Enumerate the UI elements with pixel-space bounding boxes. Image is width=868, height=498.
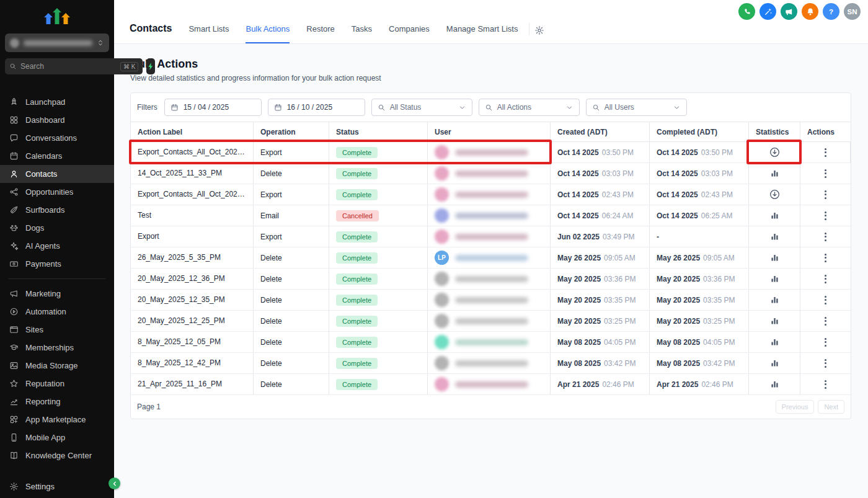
sidebar-item-media-storage[interactable]: Media Storage [0,357,114,375]
sidebar-item-opportunities[interactable]: Opportunities [0,183,114,201]
tab-smart-lists[interactable]: Smart Lists [188,24,229,43]
reporting-icon [9,397,19,406]
sidebar: ⌘ K LaunchpadDashboardConversationsCalen… [0,0,114,498]
sidebar-item-launchpad[interactable]: Launchpad [0,93,114,111]
chart-statistics-icon[interactable] [770,232,779,241]
bulk-actions-card: Filters 15 / 04 / 2025 16 / 10 / 2025 Al… [130,92,851,419]
chart-statistics-icon[interactable] [770,380,779,389]
cell-statistics [749,332,800,352]
sidebar-item-automation[interactable]: Automation [0,303,114,321]
sidebar-item-knowledge-center[interactable]: Knowledge Center [0,447,114,465]
tab-restore[interactable]: Restore [306,24,335,43]
kebab-menu-icon[interactable] [821,293,830,307]
chart-statistics-icon[interactable] [770,316,779,326]
profile-avatar-button[interactable]: SN [844,3,861,20]
chart-statistics-icon[interactable] [770,274,779,283]
wand-button[interactable] [760,3,776,20]
help-button[interactable]: ? [823,3,839,20]
sidebar-search[interactable]: ⌘ K [5,58,143,74]
chart-statistics-icon[interactable] [770,337,779,347]
sidebar-item-reputation[interactable]: Reputation [0,375,114,393]
kebab-menu-icon[interactable] [821,336,830,349]
sidebar-item-conversations[interactable]: Conversations [0,129,114,147]
sidebar-item-surfboards[interactable]: Surfboards [0,201,114,219]
date-to-value: 16 / 10 / 2025 [287,103,332,112]
cell-action-label: 21_Apr_2025_11_16_PM [131,374,254,394]
cell-operation: Delete [254,311,329,331]
sidebar-item-label: Payments [25,259,61,269]
sidebar-item-settings[interactable]: Settings [0,474,114,498]
chart-statistics-icon[interactable] [770,211,779,220]
sidebar-item-dashboard[interactable]: Dashboard [0,111,114,129]
announce-button[interactable] [781,3,797,20]
account-switcher[interactable] [5,33,109,52]
download-statistics-icon[interactable] [769,147,780,158]
table-footer: Page 1 Previous Next [131,395,851,419]
chart-statistics-icon[interactable] [770,358,779,368]
status-filter-select[interactable]: All Status [371,99,472,116]
surfboard-icon [9,205,19,215]
cell-operation: Delete [254,247,329,268]
search-input[interactable] [20,62,117,71]
content: Bulk Actions View detailed statistics an… [114,44,868,498]
status-badge: Complete [336,147,378,158]
table-row: 14_Oct_2025_11_33_PMDeleteCompleteOct 14… [131,163,851,184]
cell-actions [800,142,851,162]
kebab-menu-icon[interactable] [821,188,830,202]
user-avatar: LP [435,251,449,265]
sidebar-item-label: Surfboards [25,205,65,215]
cell-user [428,205,551,226]
sidebar-item-calendars[interactable]: Calendars [0,147,114,165]
sidebar-item-mobile-app[interactable]: Mobile App [0,429,114,447]
kebab-menu-icon[interactable] [821,167,830,180]
download-statistics-icon[interactable] [769,189,780,200]
cell-action-label: 20_May_2025_12_25_PM [131,311,254,331]
chart-statistics-icon[interactable] [770,253,779,262]
user-name-redacted [455,297,528,303]
section-title: Contacts [130,23,172,43]
kebab-menu-icon[interactable] [821,357,830,370]
sidebar-item-ai-agents[interactable]: AI Agents [0,237,114,255]
kebab-menu-icon[interactable] [821,230,830,244]
tab-divider [529,23,529,35]
sidebar-item-sites[interactable]: Sites [0,321,114,339]
mobile-icon [9,433,19,442]
column-header-user: User [428,122,551,141]
date-to-input[interactable]: 16 / 10 / 2025 [268,99,365,116]
opportunities-icon [9,187,19,197]
tab-tasks[interactable]: Tasks [352,24,372,43]
sidebar-item-dogs[interactable]: Dogs [0,219,114,237]
user-name-redacted [455,234,528,240]
quick-actions-button[interactable] [146,58,155,74]
cell-status: Complete [329,290,428,310]
phone-button[interactable] [738,3,755,20]
kebab-menu-icon[interactable] [821,209,830,223]
sidebar-item-app-marketplace[interactable]: App Marketplace [0,411,114,429]
actions-filter-select[interactable]: All Actions [479,99,580,116]
date-from-input[interactable]: 15 / 04 / 2025 [164,99,262,116]
status-badge: Complete [336,316,378,327]
users-filter-select[interactable]: All Users [586,99,687,116]
sidebar-item-marketing[interactable]: Marketing [0,285,114,303]
tab-bulk-actions[interactable]: Bulk Actions [246,24,290,43]
tab-companies[interactable]: Companies [389,24,430,43]
sidebar-item-contacts[interactable]: Contacts [0,165,114,183]
chart-statistics-icon[interactable] [770,295,779,305]
kebab-menu-icon[interactable] [821,272,830,286]
sidebar-item-memberships[interactable]: Memberships [0,339,114,357]
tab-settings-gear-icon[interactable] [534,25,544,43]
kebab-menu-icon[interactable] [821,378,830,391]
kebab-menu-icon[interactable] [821,314,830,328]
cell-action-label: Test [131,205,254,226]
tab-manage-smart-lists[interactable]: Manage Smart Lists [446,24,518,43]
previous-button[interactable]: Previous [776,400,815,414]
notifications-button[interactable] [802,3,818,20]
chart-statistics-icon[interactable] [770,169,779,178]
sidebar-item-payments[interactable]: Payments [0,255,114,273]
kebab-menu-icon[interactable] [821,251,830,265]
sidebar-item-reporting[interactable]: Reporting [0,393,114,411]
kebab-menu-icon[interactable] [821,146,830,159]
next-button[interactable]: Next [818,400,844,414]
column-header-operation: Operation [254,122,329,141]
sidebar-collapse-button[interactable] [108,478,120,489]
